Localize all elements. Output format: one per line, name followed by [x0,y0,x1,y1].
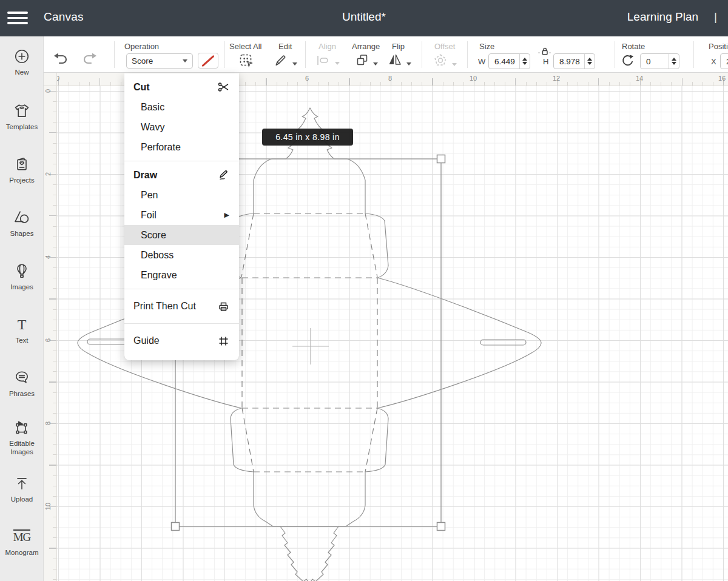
width-stepper[interactable] [519,54,530,69]
menu-item-deboss[interactable]: Deboss [124,245,239,265]
menu-item-cut[interactable]: Cut [124,77,239,97]
select-all-label[interactable]: Select All [229,42,261,51]
sidebar-item-monogram[interactable]: MG Monogram [0,528,44,557]
ruler-vertical: 0 2 4 6 8 10 [44,86,57,581]
menu-item-basic[interactable]: Basic [124,97,239,117]
width-input[interactable]: 6.449 [488,53,530,69]
guide-frame-icon [218,335,229,347]
red-line-swatch-icon [201,55,214,67]
sidebar-item-templates[interactable]: Templates [0,102,44,131]
submenu-arrow-icon: ▶ [224,211,229,219]
score-color-swatch[interactable] [198,53,218,69]
sidebar-item-editable-images[interactable]: Editable Images [0,418,44,457]
menu-divider [124,161,239,161]
vector-nodes-icon [0,418,44,437]
size-label: Size [479,42,494,51]
rotate-icon-button[interactable] [621,53,635,70]
operation-select[interactable]: Score [126,53,193,69]
sidebar-item-phrases[interactable]: Phrases [0,369,44,398]
menu-divider [124,323,239,324]
speech-bubble-icon [0,369,44,387]
chevron-down-icon [292,62,297,65]
ruler-corner [44,73,57,86]
new-plus-circle-icon [0,47,44,65]
tshirt-icon [0,102,44,120]
chevron-down-icon [373,62,378,65]
operation-label: Operation [124,42,159,51]
height-input[interactable]: 8.978 [553,53,595,69]
menu-item-wavy[interactable]: Wavy [124,117,239,137]
redo-button[interactable] [81,52,98,69]
menu-item-print-then-cut[interactable]: Print Then Cut [124,293,239,320]
undo-button[interactable] [52,52,69,69]
height-letter: H [543,57,548,66]
edit-toolbar: Operation Score Select All Edit Align Ar… [44,36,728,73]
arrange-button[interactable] [356,53,378,69]
cricut-design-space-app: Canvas Untitled* Learning Plan | New Tem… [0,0,728,581]
shapes-icon [0,209,44,227]
upload-arrow-icon [0,474,44,492]
text-t-icon: T [0,315,44,334]
sidebar-item-upload[interactable]: Upload [0,474,44,503]
learning-plan-link[interactable]: Learning Plan [627,10,698,24]
select-all-icon [239,53,254,68]
operation-dropdown-menu: Cut Basic Wavy Perforate Draw Pen Foil ▶… [124,73,239,360]
sidebar-item-text[interactable]: T Text [0,315,44,344]
rotate-label: Rotate [622,42,645,51]
hot-air-balloon-icon [0,262,44,280]
project-title: Untitled* [0,10,728,24]
position-x-input[interactable]: 2.9 [720,53,728,69]
chevron-down-icon [183,59,187,62]
left-sidebar: New Templates Projects Shapes Images T T… [0,36,44,581]
sidebar-item-projects[interactable]: Projects [0,155,44,184]
edit-pencil-icon [274,53,288,67]
edit-label[interactable]: Edit [278,42,292,51]
dimensions-tooltip: 6.45 in x 8.98 in [262,129,353,146]
rotate-stepper[interactable] [669,54,679,69]
menu-item-perforate[interactable]: Perforate [124,137,239,157]
flip-label[interactable]: Flip [392,42,405,51]
sidebar-item-images[interactable]: Images [0,262,44,291]
monogram-mg-icon: MG [0,528,44,546]
offset-pentagon-icon [433,53,448,67]
menu-item-foil[interactable]: Foil ▶ [124,205,239,225]
sidebar-item-new[interactable]: New [0,47,44,76]
menu-item-pen[interactable]: Pen [124,185,239,205]
rotate-icon [621,53,635,68]
select-all-button[interactable] [239,53,254,70]
align-button [316,55,340,69]
width-letter: W [478,57,485,66]
align-icon [316,55,331,66]
x-letter: X [711,57,716,66]
align-label: Align [318,42,336,51]
topbar-separator: | [714,10,717,24]
pencil-icon [218,169,229,181]
menu-item-engrave[interactable]: Engrave [124,265,239,285]
top-bar: Canvas Untitled* Learning Plan | [0,0,728,36]
menu-item-draw[interactable]: Draw [124,165,239,185]
offset-label: Offset [434,42,455,51]
scissors-icon [218,81,229,93]
chevron-down-icon [452,63,457,66]
chevron-down-icon [335,62,340,65]
sidebar-item-shapes[interactable]: Shapes [0,209,44,238]
position-label: Position [709,42,728,51]
menu-item-guide[interactable]: Guide [124,327,239,354]
offset-button [433,53,457,70]
menu-divider [124,289,239,289]
height-stepper[interactable] [584,54,595,69]
project-card-icon [0,155,44,173]
edit-button[interactable] [274,53,297,69]
flip-button[interactable] [388,53,411,69]
printer-icon [218,301,229,312]
flip-mirror-icon [388,53,402,67]
arrange-layers-icon [356,53,369,67]
chevron-down-icon [406,62,411,65]
arrange-label[interactable]: Arrange [352,42,380,51]
menu-item-score[interactable]: Score [124,225,239,245]
rotate-input[interactable]: 0 [640,53,679,69]
